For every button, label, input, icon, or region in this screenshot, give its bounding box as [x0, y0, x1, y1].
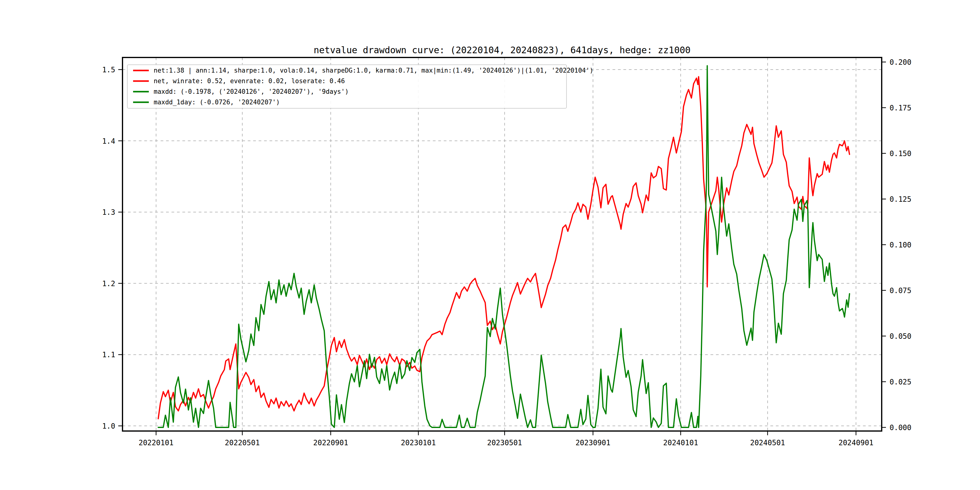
y-right-tick-label: 0.200: [889, 58, 912, 67]
legend: net:1.38 | ann:1.14, sharpe:1.0, vola:0.…: [127, 65, 593, 108]
y-right-tick-label: 0.075: [889, 286, 912, 295]
netvalue-drawdown-chart: 2022010120220501202209012023010120230501…: [0, 0, 980, 490]
x-tick-label: 20230501: [487, 439, 522, 447]
y-left-tick-label: 1.5: [102, 66, 115, 74]
y-right-tick-label: 0.050: [889, 332, 912, 340]
y-left-tick-label: 1.1: [102, 350, 115, 359]
x-tick-label: 20230101: [401, 439, 436, 447]
x-tick-label: 20240501: [750, 439, 785, 447]
legend-item-label: net, winrate: 0.52, evenrate: 0.02, lose…: [154, 78, 345, 85]
chart-title: netvalue drawdown curve: (20220104, 2024…: [313, 45, 690, 55]
y-right-tick-label: 0.150: [889, 150, 912, 158]
x-tick-label: 20220901: [313, 439, 348, 447]
y-left-tick-label: 1.0: [102, 422, 115, 430]
y-right-tick-label: 0.025: [889, 378, 912, 386]
x-tick-label: 20230901: [576, 439, 611, 447]
x-tick-label: 20240901: [838, 439, 873, 447]
legend-item-label: maxdd: (-0.1978, ('20240126', '20240207'…: [154, 88, 349, 95]
y-right-tick-label: 0.175: [889, 104, 912, 112]
y-right-tick-label: 0.100: [889, 241, 912, 249]
y-left-tick-label: 1.3: [102, 208, 115, 216]
x-tick-label: 20220501: [225, 439, 260, 447]
x-tick-label: 20220101: [138, 439, 173, 447]
legend-item-label: maxdd_1day: (-0.0726, '20240207'): [154, 99, 280, 106]
y-right-tick-label: 0.125: [889, 195, 912, 204]
y-left-tick-label: 1.4: [102, 137, 115, 145]
x-tick-label: 20240101: [663, 439, 698, 447]
y-left-tick-label: 1.2: [102, 280, 115, 288]
legend-item-label: net:1.38 | ann:1.14, sharpe:1.0, vola:0.…: [154, 67, 593, 75]
y-right-tick-label: 0.000: [889, 423, 912, 432]
